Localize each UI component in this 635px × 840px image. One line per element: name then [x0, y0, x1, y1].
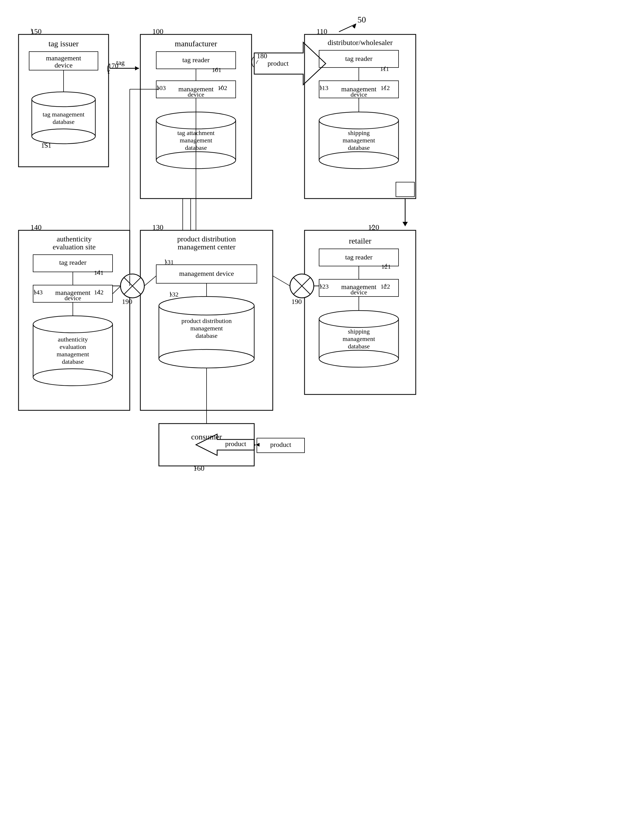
auth-tag-reader-label: tag reader	[59, 259, 87, 266]
dist-mgmt-label2: device	[351, 91, 367, 98]
retailer-db-top	[319, 311, 398, 327]
svg-marker-8	[135, 66, 139, 70]
svg-line-22	[273, 276, 290, 286]
tag-issuer-db-label1: tag management	[43, 111, 84, 118]
tag-issuer-label: tag issuer	[49, 39, 79, 48]
product-arrow-label3: product	[270, 441, 291, 448]
dist-db-bottom	[319, 152, 398, 169]
ref-112: 112	[381, 84, 390, 92]
dist-center-db-top	[159, 297, 254, 315]
ref-121: 121	[381, 263, 391, 270]
auth-db-top	[33, 316, 112, 333]
auth-db-label1: authenticity	[58, 336, 88, 343]
retailer-db-label2: management	[343, 335, 375, 342]
dist-center-label1: product distribution	[177, 235, 236, 243]
auth-db-bottom	[33, 369, 112, 386]
product-arrow-label1: product	[267, 60, 289, 67]
auth-label1: authenticity	[57, 235, 92, 243]
ref-160: 160	[193, 464, 204, 472]
dist-center-db-bottom	[159, 349, 254, 368]
tag-arrow-label: tag	[116, 59, 125, 66]
ref-122: 122	[381, 283, 390, 290]
dist-db-top	[319, 112, 398, 129]
auth-mgmt-label2: device	[65, 295, 81, 302]
dist-db-label1: shipping	[348, 129, 370, 136]
ref-50: 50	[357, 15, 366, 24]
dist-tag-reader-label: tag reader	[345, 55, 373, 63]
dist-center-db-label2: management	[190, 325, 223, 332]
mfr-tag-reader-label: tag reader	[182, 56, 210, 64]
ref-110: 110	[316, 27, 327, 35]
tag-issuer-mgmt-label: management	[46, 54, 82, 62]
ref-101: 101	[212, 66, 221, 73]
ref-120: 120	[368, 223, 379, 231]
tag-issuer-db-label2: database	[53, 118, 75, 125]
retailer-tag-reader-label: tag reader	[345, 253, 373, 261]
ref-111: 111	[380, 65, 389, 72]
ref-190-right: 190	[292, 298, 302, 305]
tag-issuer-mgmt-label2: device	[55, 62, 73, 69]
ref-140: 140	[30, 223, 41, 231]
ref-131: 131	[164, 259, 174, 265]
auth-db-label3: management	[57, 351, 89, 358]
ref-141: 141	[94, 269, 104, 276]
ref-142: 142	[94, 289, 104, 296]
ref-190-left: 190	[122, 298, 133, 305]
dist-center-mgmt-label: management device	[179, 270, 234, 278]
retailer-mgmt-label2: device	[351, 289, 367, 296]
dist-db-label2: management	[343, 137, 375, 144]
auth-db-label2: evaluation	[60, 343, 86, 350]
product-label-in-arrow: product	[225, 440, 246, 448]
dist-db-label3: database	[348, 144, 370, 151]
dist-center-db-label1: product distribution	[182, 317, 232, 324]
prodict-box	[396, 182, 414, 197]
retailer-db-label3: database	[348, 343, 370, 350]
manufacturer-label: manufacturer	[175, 39, 217, 48]
svg-marker-10	[403, 222, 408, 226]
retailer-db-label1: shipping	[348, 328, 370, 335]
auth-db-label4: database	[62, 358, 84, 365]
ref-100: 100	[152, 27, 163, 35]
auth-label2: evaluation site	[53, 243, 96, 251]
diagram-svg: 50 tag issuer 150 management device tag …	[0, 0, 635, 840]
dist-center-db-label3: database	[196, 332, 218, 339]
svg-line-0	[339, 24, 356, 32]
mfr-mgmt-label2: device	[188, 91, 204, 98]
retailer-db-bottom	[319, 350, 398, 367]
distributor-label1: distributor/wholesaler	[327, 38, 393, 47]
diagram: 50 tag issuer 150 management device tag …	[0, 0, 635, 840]
dist-center-label2: management center	[178, 243, 236, 251]
ref-130: 130	[152, 223, 163, 231]
retailer-label: retailer	[349, 237, 371, 245]
tag-issuer-db-top	[32, 92, 95, 107]
